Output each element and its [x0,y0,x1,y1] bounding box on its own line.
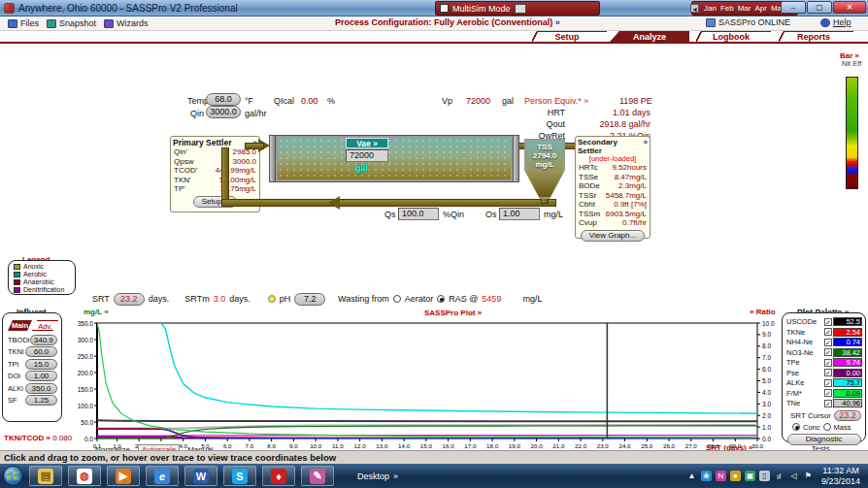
taskbar-media-player-icon[interactable]: ▶ [107,466,140,486]
tray-tray-app-2-icon[interactable]: N [716,471,726,481]
app-icon [4,3,15,14]
conc-radio[interactable] [792,423,800,431]
os-label: Os [485,210,497,219]
taskbar: ▤◍▶eWS♦✎ Desktop » ▲❀N●▣▯ᵢᵢl◁⚑ 11:32 AM … [0,464,868,488]
taskbar-clock[interactable]: 11:32 AM 9/23/2014 [821,466,860,487]
os-field[interactable]: 1.00 [499,208,540,220]
tkn-tcod-ratio[interactable]: TKN/TCOD » 0.080 [4,434,72,442]
maximize-button[interactable]: ▢ [807,1,832,14]
ph-field[interactable]: 7.2 [294,293,325,306]
influent-field-input[interactable]: 350.0 [25,383,57,394]
taskbar-chrome-icon[interactable]: ◍ [68,466,101,486]
tray-hidden-icons-icon[interactable]: ▲ [686,471,697,481]
qin-field[interactable]: 3000.0 [206,106,241,118]
tray-tray-app-4-icon[interactable]: ▣ [745,471,755,481]
tray-volume-icon[interactable]: ◁ [788,471,799,481]
process-configuration-label: Process Configuration: Fully Aerobic (Co… [335,17,552,27]
ras-radio[interactable] [437,295,445,303]
multisim-icon[interactable] [515,4,526,14]
palette-checkbox[interactable]: ✓ [824,400,832,407]
secondary-settler-row: Cvup0.7ft/hr [576,218,650,228]
palette-checkbox[interactable]: ✓ [824,328,832,336]
hrt-label: HRT [524,108,565,117]
trace-uscode[interactable] [97,420,757,421]
palette-value: 0.74 [833,338,862,346]
files-menu[interactable]: Files [8,18,39,28]
vae-unit-label: gal [355,163,368,173]
tab-setup[interactable]: Setup [527,31,607,42]
secondary-settler-row: TSSr5458.7mg/L [576,191,650,201]
y-tick-label: 300.0 [78,337,94,343]
tab-analyze[interactable]: Analyze [610,31,689,42]
taskbar-explorer-icon[interactable]: ▤ [29,466,62,486]
y-tick-label: 100.0 [78,403,94,409]
person-equiv-dropdown[interactable]: Person Equiv.* » [524,96,588,106]
influent-field-input[interactable]: 15.0 [25,359,57,370]
qs-field[interactable]: 100.0 [398,208,439,220]
palette-checkbox[interactable]: ✓ [824,389,832,397]
srt-cursor-field[interactable]: 23.2 [834,410,861,421]
palette-checkbox[interactable]: ✓ [824,379,832,387]
palette-checkbox[interactable]: ✓ [824,318,832,326]
taskbar-security-app-icon[interactable]: ♦ [262,466,295,486]
wizards-menu[interactable]: Wizards [104,18,149,28]
influent-field-input[interactable]: 60.0 [25,346,57,357]
vae-dropdown[interactable]: Vae » [346,138,388,148]
influent-tab-adv[interactable]: Adv. [32,320,58,331]
vae-volume-field[interactable]: 72000 [346,149,388,162]
process-configuration-dropdown[interactable]: Process Configuration: Fully Aerobic (Co… [335,17,560,27]
tray-tray-app-1-icon[interactable]: ❀ [701,471,712,481]
month-prev-icon[interactable]: ◄ [690,4,699,13]
palette-value: 40.96 [833,399,862,407]
taskbar-internet-explorer-icon[interactable]: e [146,466,179,486]
palette-value: 38.42 [833,348,862,357]
multisim-mode-control[interactable]: MultiSim Mode [435,1,600,16]
taskbar-skype-icon[interactable]: S [223,466,256,486]
month-list[interactable]: JanFebMarAprMay [702,4,787,13]
minimize-button[interactable]: ‒ [781,1,806,14]
snapshot-menu[interactable]: Snapshot [47,18,96,28]
taskbar-word-icon[interactable]: W [184,466,217,486]
multisim-checkbox[interactable] [440,4,449,13]
srt-plot[interactable]: 0.050.0100.0150.0200.0250.0300.0350.00.0… [64,314,783,460]
month-jan[interactable]: Jan [704,4,717,13]
tray-action-center-flag-icon[interactable]: ⚑ [803,471,814,481]
primary-settler-row-value: 3000.0 [233,157,256,167]
tray-network-icon[interactable]: ᵢᵢl [774,471,785,481]
temp-field[interactable]: 68.0 [206,93,241,106]
influent-field-input[interactable]: 340.9 [30,335,58,345]
hrt-value: 1.01 days [573,108,651,117]
close-button[interactable]: ✕ [833,1,866,14]
srt-field[interactable]: 23.2 [114,293,145,306]
secondary-settler-title[interactable]: Secondary Settler » [576,137,650,155]
x-tick-label: 6.0 [223,442,232,449]
palette-checkbox[interactable]: ✓ [824,348,832,356]
x-tick-label: 16.0 [443,442,455,449]
desktop-toolbar[interactable]: Desktop » [357,472,398,481]
start-button[interactable] [3,466,23,486]
mass-radio[interactable] [823,423,831,431]
influent-field-input[interactable]: 1.25 [25,395,57,406]
palette-checkbox[interactable]: ✓ [824,339,832,346]
tab-logbook[interactable]: Logbook [691,31,771,42]
tray-tray-app-3-icon[interactable]: ● [730,471,741,481]
aeration-tank[interactable] [276,136,513,181]
view-graph-button[interactable]: View Graph... [581,230,645,242]
palette-checkbox[interactable]: ✓ [824,369,832,376]
influent-field-input[interactable]: 1.00 [25,371,57,381]
month-mar[interactable]: Mar [738,4,751,13]
taskbar-paint-app-icon[interactable]: ✎ [301,466,334,486]
month-apr[interactable]: Apr [754,4,766,13]
influent-tabs: Main Adv. [8,320,58,331]
help-menu[interactable]: Help [820,17,851,27]
tab-reports[interactable]: Reports [774,31,853,42]
x-tick-label: 23.0 [597,442,610,449]
sasspro-online-link[interactable]: SASSPro ONLINE [706,17,790,27]
influent-tab-main[interactable]: Main [8,320,32,331]
aerator-radio[interactable] [393,295,401,303]
palette-checkbox[interactable]: ✓ [824,359,832,367]
month-feb[interactable]: Feb [720,4,734,13]
tray-clipboard-icon[interactable]: ▯ [759,471,770,481]
diagnostic-tests-button[interactable]: Diagnostic Tests... [787,434,861,445]
secondary-settler-row-value: 5458.7mg/L [606,191,647,201]
